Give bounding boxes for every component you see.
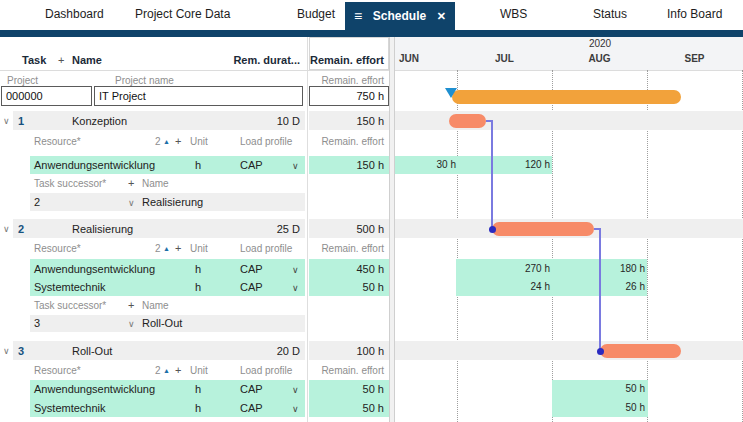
month-label-sep: SEP [647, 53, 742, 64]
add-resource-button[interactable]: + [175, 135, 181, 147]
gantt-bar-project[interactable] [452, 90, 681, 104]
task-duration: 10 D [277, 115, 300, 127]
gantt-bar-rollout[interactable] [600, 344, 681, 358]
resource-effort: 50 h [363, 402, 384, 414]
schedule-view: Dashboard Project Core Data Budget ≡ Sch… [0, 0, 743, 422]
tab-bar: Dashboard Project Core Data Budget ≡ Sch… [0, 0, 743, 30]
resource-name[interactable]: Anwendungsentwicklung [34, 263, 155, 275]
project-id-input[interactable] [1, 86, 92, 106]
resource-effort: 150 h [356, 159, 384, 171]
tab-schedule[interactable]: ≡ Schedule ✕ [345, 2, 455, 30]
load-profile-col-label: Load profile [240, 243, 292, 254]
sort-count[interactable]: 2 [155, 136, 161, 147]
active-tab-strip [0, 30, 743, 37]
resource-name[interactable]: Anwendungsentwicklung [34, 159, 155, 171]
monthly-effort-value: 120 h [525, 159, 550, 170]
load-profile-value[interactable]: CAP [240, 383, 263, 395]
load-profile-value[interactable]: CAP [240, 263, 263, 275]
task-name[interactable]: Konzeption [72, 115, 127, 127]
resource-unit: h [195, 263, 201, 275]
successor-name: Realisierung [142, 196, 203, 208]
tab-project-core-data[interactable]: Project Core Data [135, 7, 230, 21]
resource-unit: h [195, 383, 201, 395]
load-profile-value[interactable]: CAP [240, 281, 263, 293]
add-task-button[interactable]: + [58, 54, 64, 66]
task-id: 2 [18, 223, 24, 235]
label-remain-effort: Remain. effort [321, 75, 384, 86]
load-profile-col-label: Load profile [240, 365, 292, 376]
col-name[interactable]: Name [72, 54, 102, 66]
monthly-effort-value: 26 h [626, 281, 645, 292]
successor-name-label: Name [142, 300, 169, 311]
project-name-input[interactable] [94, 86, 303, 106]
resource-name[interactable]: Systemtechnik [34, 281, 106, 293]
monthly-effort-value: 270 h [525, 263, 550, 274]
tab-wbs[interactable]: WBS [500, 7, 527, 21]
month-label-jun: JUN [395, 53, 423, 64]
add-successor-button[interactable]: + [128, 299, 134, 311]
col-remain-effort[interactable]: Remain. effort [310, 54, 384, 66]
sort-count[interactable]: 2 [155, 243, 161, 254]
dropdown-chevron-icon[interactable]: ∨ [292, 161, 299, 171]
project-start-marker-icon[interactable] [445, 88, 457, 98]
schedule-content: Task + Name Rem. durat... Remain. effort… [0, 37, 743, 422]
add-successor-button[interactable]: + [128, 177, 134, 189]
close-tab-icon[interactable]: ✕ [437, 11, 446, 22]
dropdown-chevron-icon[interactable]: ∨ [292, 283, 299, 293]
gantt-bar-konzeption[interactable] [449, 114, 486, 128]
remain-effort-col-label: Remain. effort [321, 136, 384, 147]
collapse-chevron-icon[interactable]: ∨ [3, 346, 10, 356]
collapse-chevron-icon[interactable]: ∨ [3, 224, 10, 234]
dependency-dot-icon [597, 348, 604, 355]
load-profile-value[interactable]: CAP [240, 159, 263, 171]
resource-effort-band [456, 259, 647, 278]
label-project-name: Project name [115, 75, 174, 86]
dropdown-chevron-icon[interactable]: ∨ [128, 319, 135, 329]
hamburger-menu-icon[interactable]: ≡ [354, 9, 362, 23]
unit-col-label: Unit [190, 136, 208, 147]
task-table: Task + Name Rem. durat... Remain. effort… [0, 37, 389, 422]
sort-asc-icon[interactable]: ▲ [163, 367, 170, 374]
task-name[interactable]: Roll-Out [72, 345, 112, 357]
resource-col-label: Resource* [34, 365, 81, 376]
resource-unit: h [195, 281, 201, 293]
add-resource-button[interactable]: + [175, 242, 181, 254]
task-effort: 150 h [356, 115, 384, 127]
add-resource-button[interactable]: + [175, 364, 181, 376]
tab-budget[interactable]: Budget [297, 7, 335, 21]
dropdown-chevron-icon[interactable]: ∨ [128, 198, 135, 208]
project-effort-field[interactable]: 750 h [309, 86, 389, 106]
resource-name[interactable]: Anwendungsentwicklung [34, 383, 155, 395]
tab-dashboard[interactable]: Dashboard [45, 7, 104, 21]
successor-name-label: Name [142, 178, 169, 189]
monthly-effort-value: 180 h [620, 263, 645, 274]
col-rem-duration[interactable]: Rem. durat... [233, 54, 300, 66]
monthly-effort-value: 30 h [437, 159, 456, 170]
load-profile-value[interactable]: CAP [240, 402, 263, 414]
sort-asc-icon[interactable]: ▲ [163, 138, 170, 145]
sort-count[interactable]: 2 [155, 365, 161, 376]
sort-asc-icon[interactable]: ▲ [163, 245, 170, 252]
resource-effort: 50 h [363, 383, 384, 395]
task-row[interactable] [13, 219, 305, 238]
col-task[interactable]: Task [22, 54, 46, 66]
tab-info-board[interactable]: Info Board [667, 7, 722, 21]
resource-effort: 50 h [363, 281, 384, 293]
collapse-chevron-icon[interactable]: ∨ [3, 116, 10, 126]
dropdown-chevron-icon[interactable]: ∨ [292, 265, 299, 275]
resource-name[interactable]: Systemtechnik [34, 402, 106, 414]
task-row[interactable] [13, 111, 305, 130]
gantt-bar-realisierung[interactable] [492, 222, 594, 236]
task-row-band [395, 111, 743, 130]
successor-id: 2 [34, 196, 40, 208]
task-effort: 100 h [356, 345, 384, 357]
unit-col-label: Unit [190, 243, 208, 254]
dropdown-chevron-icon[interactable]: ∨ [292, 385, 299, 395]
task-name[interactable]: Realisierung [72, 223, 133, 235]
resource-col-label: Resource* [34, 136, 81, 147]
month-label-aug: AUG [552, 53, 647, 64]
dropdown-chevron-icon[interactable]: ∨ [292, 404, 299, 414]
tab-status[interactable]: Status [593, 7, 627, 21]
resource-col-label: Resource* [34, 243, 81, 254]
task-row[interactable] [13, 341, 305, 360]
